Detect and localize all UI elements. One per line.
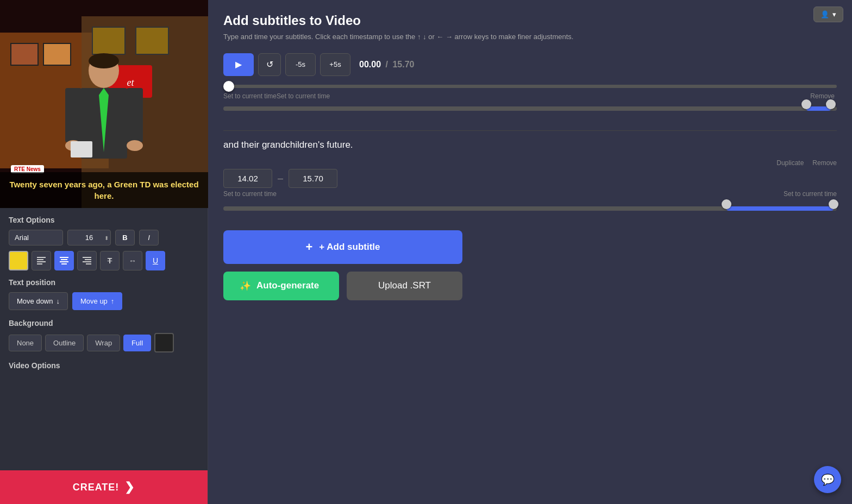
strikethrough-button[interactable]: T xyxy=(100,251,120,270)
align-center-button[interactable] xyxy=(54,251,74,270)
skip-back-label: -5s xyxy=(296,60,305,68)
time-dash-2: – xyxy=(278,173,283,184)
letter-spacing-button[interactable]: ↔ xyxy=(123,251,142,270)
video-caption: Twenty seven years ago, a Green TD was e… xyxy=(0,172,208,208)
bg-color-swatch[interactable] xyxy=(154,333,174,352)
first-range-track xyxy=(223,106,837,111)
second-range-fill xyxy=(726,206,834,211)
remove-label-2[interactable]: Remove xyxy=(812,159,837,167)
set-current-start-2[interactable]: Set to current time xyxy=(223,190,277,198)
svg-rect-27 xyxy=(85,259,91,260)
move-down-button[interactable]: Move down ↓ xyxy=(9,292,68,310)
bg-outline-button[interactable]: Outline xyxy=(45,335,84,351)
align-right-button[interactable] xyxy=(77,251,97,270)
duplicate-label-2[interactable]: Duplicate xyxy=(776,159,804,167)
bold-button[interactable]: B xyxy=(115,230,135,245)
svg-rect-26 xyxy=(83,257,91,258)
current-time: 00.00 xyxy=(359,60,381,69)
divider-1 xyxy=(223,130,837,131)
skip-back-button[interactable]: -5s xyxy=(285,53,316,76)
bg-wrap-button[interactable]: Wrap xyxy=(87,335,120,351)
svg-point-16 xyxy=(127,140,143,151)
svg-rect-22 xyxy=(60,257,68,258)
play-icon: ▶ xyxy=(235,59,242,70)
first-range-left-thumb[interactable] xyxy=(801,99,811,109)
total-time: 15.70 xyxy=(392,60,414,69)
bg-full-button[interactable]: Full xyxy=(123,335,151,351)
second-range-right-thumb[interactable] xyxy=(829,199,838,209)
italic-button[interactable]: I xyxy=(139,230,159,245)
position-buttons-row: Move down ↓ Move up ↑ xyxy=(9,292,199,310)
subtitle-2-start-input[interactable] xyxy=(223,169,272,188)
time-display: 00.00 / 15.70 xyxy=(359,60,414,70)
svg-rect-13 xyxy=(65,88,82,142)
first-subtitle-time-labels: Set to current time Set to current time … xyxy=(223,92,837,100)
create-button[interactable]: CREATE! ❯ xyxy=(10,480,198,494)
subtitle-2-time-row: – xyxy=(223,169,837,188)
skip-forward-label: +5s xyxy=(329,60,341,68)
main-timeline[interactable] xyxy=(223,85,837,88)
subtitle-2-time-labels: Set to current time Set to current time xyxy=(223,190,837,198)
set-current-end-2[interactable]: Set to current time xyxy=(784,190,837,198)
bg-none-button[interactable]: None xyxy=(9,335,42,351)
svg-rect-14 xyxy=(127,88,143,142)
right-panel: 👤 ▾ Add subtitles to Video Type and time… xyxy=(208,0,852,504)
svg-rect-3 xyxy=(11,43,38,65)
first-range-right-thumb[interactable] xyxy=(826,99,836,109)
svg-rect-6 xyxy=(136,27,168,54)
video-preview: et RTE News Twent xyxy=(0,0,208,208)
video-options-section: Video Options xyxy=(9,361,199,370)
underline-button[interactable]: U xyxy=(146,251,165,270)
remove-label-1[interactable]: Remove xyxy=(810,92,835,100)
upload-srt-label: Upload .SRT xyxy=(378,280,431,291)
svg-rect-19 xyxy=(37,259,43,260)
replay-button[interactable]: ↺ xyxy=(258,53,281,76)
chat-bubble-button[interactable]: 💬 xyxy=(814,466,841,493)
play-button[interactable]: ▶ xyxy=(223,53,254,76)
text-position-section: Text position Move down ↓ Move up ↑ xyxy=(9,278,199,310)
subtitle-entry-2: and their grandchildren's future. Duplic… xyxy=(223,137,837,219)
font-size-select[interactable]: 16 12 14 18 20 24 xyxy=(67,230,111,245)
set-current-start-label-1[interactable]: Set to current time xyxy=(223,92,277,100)
move-up-button[interactable]: Move up ↑ xyxy=(72,292,122,310)
left-content-panel: Text Options 16 12 14 18 20 24 B I xyxy=(0,208,208,470)
subtitle-text-2: and their grandchildren's future. xyxy=(223,137,549,153)
set-current-end-label-1[interactable]: Set to current time xyxy=(277,92,330,100)
chat-icon: 💬 xyxy=(821,473,835,486)
svg-rect-25 xyxy=(61,263,67,264)
second-range-left-thumb[interactable] xyxy=(722,199,731,209)
user-menu-button[interactable]: 👤 ▾ xyxy=(813,7,843,22)
svg-rect-23 xyxy=(61,259,67,260)
text-color-swatch[interactable] xyxy=(9,251,28,270)
svg-rect-20 xyxy=(37,261,46,262)
svg-rect-18 xyxy=(37,257,46,258)
background-options-row: None Outline Wrap Full xyxy=(9,333,199,352)
skip-forward-button[interactable]: +5s xyxy=(320,53,350,76)
second-subtitle-range-container xyxy=(223,202,837,215)
left-panel: et RTE News Twent xyxy=(0,0,208,504)
background-section: Background None Outline Wrap Full xyxy=(9,319,199,352)
svg-rect-5 xyxy=(92,27,125,54)
add-subtitle-button[interactable]: + + Add subtitle xyxy=(223,230,462,264)
svg-rect-28 xyxy=(83,261,91,262)
svg-rect-21 xyxy=(37,263,42,264)
create-button-container[interactable]: CREATE! ❯ xyxy=(0,470,208,504)
background-label: Background xyxy=(9,319,199,327)
auto-gen-label: Auto-generate xyxy=(256,280,319,291)
subtitle-2-end-input[interactable] xyxy=(289,169,337,188)
playback-controls: ▶ ↺ -5s +5s 00.00 / 15.70 xyxy=(223,53,837,76)
move-down-label: Move down xyxy=(17,297,53,305)
user-icon: 👤 xyxy=(820,10,829,18)
replay-icon: ↺ xyxy=(266,59,273,70)
add-subtitle-label: + Add subtitle xyxy=(319,242,380,253)
timeline-thumb[interactable] xyxy=(223,81,234,92)
upload-srt-button[interactable]: Upload .SRT xyxy=(347,272,462,300)
font-name-input[interactable] xyxy=(9,230,63,245)
timeline-track[interactable] xyxy=(223,85,837,88)
align-left-button[interactable] xyxy=(32,251,51,270)
svg-rect-4 xyxy=(43,43,71,65)
auto-generate-button[interactable]: ✨ Auto-generate xyxy=(223,272,339,300)
svg-text:et: et xyxy=(127,77,135,88)
move-up-icon: ↑ xyxy=(111,297,115,305)
text-position-label: Text position xyxy=(9,278,199,287)
